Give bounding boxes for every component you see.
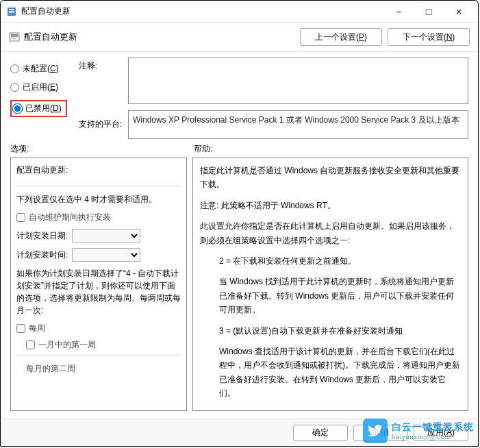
radio-enabled-input[interactable]	[10, 83, 19, 92]
supported-platform-box[interactable]: Windows XP Professional Service Pack 1 或…	[128, 110, 468, 139]
apply-button[interactable]: 应用(A)	[414, 425, 468, 441]
svg-rect-6	[11, 36, 18, 37]
options-panel[interactable]: 配置自动更新: 下列设置仅在选中 4 时才需要和适用。 自动维护期间执行安装 计…	[10, 158, 187, 411]
policy-icon	[9, 32, 20, 42]
svg-rect-2	[9, 11, 14, 12]
toolbar: 配置自动更新 上一个设置(P) 下一个设置(N)	[1, 23, 478, 52]
options-divider-2	[16, 355, 181, 356]
weekly-label: 每周	[29, 322, 45, 334]
help-p4: 2 = 在下载和安装任何更新之前通知。	[200, 254, 461, 268]
maximize-button[interactable]: □	[415, 2, 442, 21]
body-area: 未配置(C) 已启用(E) 已禁用(D) 注释: 支持的平台:	[1, 52, 478, 416]
help-panel[interactable]: 指定此计算机是否通过 Windows 自动更新服务接收安全更新和其他重要下载。 …	[192, 158, 468, 411]
window-controls: − □ ×	[385, 2, 472, 21]
state-radios: 未配置(C) 已启用(E) 已禁用(D)	[10, 58, 79, 139]
minimize-button[interactable]: −	[385, 2, 412, 21]
first-week-checkbox[interactable]	[26, 340, 35, 349]
help-p6: 3 = (默认设置)自动下载更新并在准备好安装时通知	[200, 324, 461, 338]
app-icon	[6, 6, 17, 17]
top-section: 未配置(C) 已启用(E) 已禁用(D) 注释: 支持的平台:	[1, 52, 478, 139]
more-row[interactable]: 每月的第二周	[16, 362, 181, 375]
policy-title: 配置自动更新	[24, 31, 300, 43]
ok-button[interactable]: 确定	[293, 425, 348, 441]
svg-rect-1	[9, 9, 14, 10]
window-title: 配置自动更新	[21, 5, 385, 17]
radio-enabled[interactable]: 已启用(E)	[10, 82, 79, 93]
next-setting-button[interactable]: 下一个设置(N)	[388, 28, 470, 46]
help-label: 帮助:	[194, 143, 212, 155]
supported-label: 支持的平台:	[79, 119, 128, 130]
auto-maint-checkbox-row[interactable]: 自动维护期间执行安装	[16, 211, 181, 223]
options-divider	[16, 186, 181, 186]
options-note: 下列设置仅在选中 4 时才需要和适用。	[16, 193, 181, 206]
install-time-select[interactable]	[72, 248, 140, 262]
svg-rect-5	[11, 34, 18, 36]
install-time-row: 计划安装时间:	[16, 248, 181, 262]
options-label: 选项:	[10, 143, 194, 155]
titlebar: 配置自动更新 − □ ×	[1, 1, 478, 23]
first-week-label: 一月中的第一周	[38, 338, 96, 351]
install-day-label: 计划安装日期:	[16, 229, 68, 242]
weekly-checkbox[interactable]	[16, 324, 25, 333]
first-week-checkbox-row[interactable]: 一月中的第一周	[16, 338, 181, 351]
more-row-label: 每月的第二周	[26, 362, 75, 375]
radio-disabled-highlight: 已禁用(D)	[10, 100, 67, 117]
dialog-window: 配置自动更新 − □ × 配置自动更新 上一个设置(P) 下一个设置(N) 未配…	[0, 0, 479, 447]
comment-label: 注释:	[79, 60, 128, 72]
cancel-button[interactable]: 取消	[353, 425, 408, 441]
fields-col: Windows XP Professional Service Pack 1 或…	[128, 58, 468, 139]
section-labels: 选项: 帮助:	[1, 139, 478, 158]
help-p3: 此设置允许你指定是否在此计算机上启用自动更新。如果启用该服务，则必须在组策略设置…	[200, 219, 461, 247]
nav-buttons: 上一个设置(P) 下一个设置(N)	[300, 28, 470, 46]
install-day-select[interactable]	[72, 229, 140, 242]
auto-maint-label: 自动维护期间执行安装	[29, 211, 111, 223]
options-paragraph: 如果你为计划安装日期选择了“4 - 自动下载计划安装”并指定了计划，则你还可以使…	[16, 267, 181, 316]
radio-disabled[interactable]: 已禁用(D)	[13, 103, 62, 114]
close-button[interactable]: ×	[445, 2, 472, 21]
columns: 配置自动更新: 下列设置仅在选中 4 时才需要和适用。 自动维护期间执行安装 计…	[1, 158, 478, 416]
svg-rect-7	[11, 38, 16, 38]
auto-maint-checkbox[interactable]	[16, 213, 25, 222]
install-day-row: 计划安装日期:	[16, 229, 181, 242]
comment-textarea[interactable]	[128, 58, 468, 104]
options-group-title: 配置自动更新:	[16, 164, 181, 176]
field-labels: 注释: 支持的平台:	[79, 58, 128, 139]
radio-not-configured-input[interactable]	[10, 64, 19, 73]
install-time-label: 计划安装时间:	[16, 249, 68, 261]
svg-rect-3	[9, 12, 14, 13]
weekly-checkbox-row[interactable]: 每周	[16, 322, 181, 334]
radio-not-configured[interactable]: 未配置(C)	[10, 63, 79, 75]
radio-disabled-input[interactable]	[12, 103, 23, 114]
help-p2: 注意: 此策略不适用于 Windows RT。	[200, 199, 461, 212]
prev-setting-button[interactable]: 上一个设置(P)	[300, 28, 382, 46]
help-p7: Windows 查找适用于该计算机的更新，并在后台下载它们(在此过程中，用户不会…	[200, 345, 461, 401]
bottom-bar: 确定 取消 应用(A)	[1, 419, 478, 446]
help-p1: 指定此计算机是否通过 Windows 自动更新服务接收安全更新和其他重要下载。	[200, 164, 461, 192]
help-p5: 当 Windows 找到适用于此计算机的更新时，系统将通知用户更新已准备好下载。…	[200, 275, 461, 316]
